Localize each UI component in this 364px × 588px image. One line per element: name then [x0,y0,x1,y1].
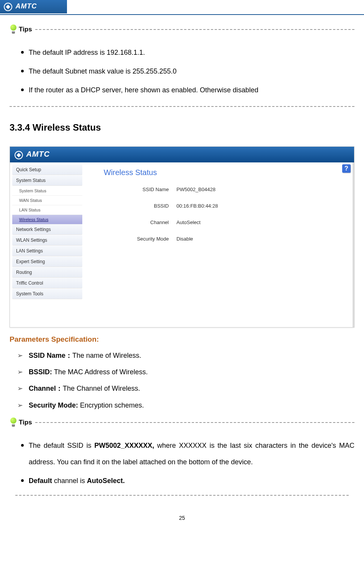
dashed-line [35,422,354,423]
router-ui-screenshot: AMTC Quick Setup System Status System St… [10,146,354,328]
panel-title: Wireless Status [104,168,345,177]
tip-text-bold: Default [29,477,52,485]
ui-header: AMTC [10,147,354,162]
tips-list-2: The default SSID is PW5002_XXXXXX, where… [10,435,354,490]
tips-header-2: Tips [10,418,354,427]
list-item: The default SSID is PW5002_XXXXXX, where… [29,435,354,470]
list-item: Security Mode: Encryption schemes. [17,397,354,414]
param-label: Security Mode: [29,401,80,409]
tips-header-1: Tips [10,25,354,34]
params-list: SSID Name：The name of Wireless. BSSID: T… [10,347,354,414]
header-divider [0,14,364,15]
list-item: Channel：The Channel of Wireless. [17,380,354,397]
tips-list-1: The default IP address is 192.168.1.1. T… [10,42,354,99]
list-item: The default IP address is 192.168.1.1. [29,42,354,61]
page-brand-header: AMTC [0,0,67,13]
sidebar-item-system-status[interactable]: System Status [12,175,82,186]
brand-icon [4,3,12,11]
tip-text: The default SSID is [29,442,95,449]
lightbulb-icon [10,418,17,427]
status-label: BSSID [92,203,176,209]
dashed-line [35,29,354,30]
param-label: SSID Name： [29,352,72,359]
tip-text-bold: AutoSelect. [87,477,125,485]
sidebar-sub-lan-status[interactable]: LAN Status [12,205,82,215]
status-value: 00:16:FB:B0:44:28 [176,203,218,209]
brand-text: AMTC [15,2,37,10]
dashed-line [15,495,349,496]
status-row: Channel AutoSelect [92,219,345,225]
param-label: Channel： [29,385,63,392]
status-label: Channel [92,219,176,225]
sidebar-item-expert-setting[interactable]: Expert Setting [12,257,82,267]
param-desc: The MAC Address of Wireless. [54,368,148,376]
status-row: SSID Name PW5002_B04428 [92,187,345,192]
brand-icon [15,151,23,159]
lightbulb-icon [10,25,17,34]
sidebar-sub-wireless-status[interactable]: Wireless Status [12,215,82,224]
status-label: SSID Name [92,187,176,192]
sidebar-item-traffic-control[interactable]: Triffic Control [12,278,82,288]
status-value: Disable [176,236,193,242]
status-row: BSSID 00:16:FB:B0:44:28 [92,203,345,209]
tips-label: Tips [19,419,32,426]
ui-brand-text: AMTC [26,150,50,158]
status-value: PW5002_B04428 [176,187,215,192]
help-icon[interactable]: ? [342,164,351,173]
status-row: Security Mode Disable [92,236,345,242]
param-desc: Encryption schemes. [80,401,144,409]
list-item: If the router as a DHCP server, here sho… [29,80,354,98]
page-number: 25 [0,515,364,529]
sidebar-item-wlan-settings[interactable]: WLAN Settings [12,235,82,246]
sidebar-sub-wan-status[interactable]: WAN Status [12,196,82,205]
dashed-line [10,106,354,107]
sidebar-sub-system-status[interactable]: System Status [12,186,82,196]
ui-sidebar: Quick Setup System Status System Status … [10,162,85,327]
ui-main-panel: ? Wireless Status SSID Name PW5002_B0442… [85,162,354,327]
status-value: AutoSelect [176,219,201,225]
section-title: 3.3.4 Wireless Status [10,122,354,133]
list-item: Default channel is AutoSelect. [29,470,354,489]
status-label: Security Mode [92,236,176,242]
param-desc: The name of Wireless. [72,352,141,359]
params-title: Parameters Specification: [10,335,354,344]
param-label: BSSID: [29,368,54,376]
sidebar-item-routing[interactable]: Routing [12,267,82,278]
tip-text: channel is [54,477,87,485]
sidebar-item-system-tools[interactable]: System Tools [12,289,82,299]
param-desc: The Channel of Wireless. [63,385,140,392]
tips-label: Tips [19,26,32,33]
list-item: The default Subnet mask value is 255.255… [29,61,354,80]
list-item: SSID Name：The name of Wireless. [17,347,354,364]
sidebar-item-lan-settings[interactable]: LAN Settings [12,246,82,256]
sidebar-item-quick-setup[interactable]: Quick Setup [12,165,82,175]
tip-text-bold: PW5002_XXXXXX, [95,442,154,449]
sidebar-item-network-settings[interactable]: Network Settings [12,224,82,235]
list-item: BSSID: The MAC Address of Wireless. [17,364,354,380]
